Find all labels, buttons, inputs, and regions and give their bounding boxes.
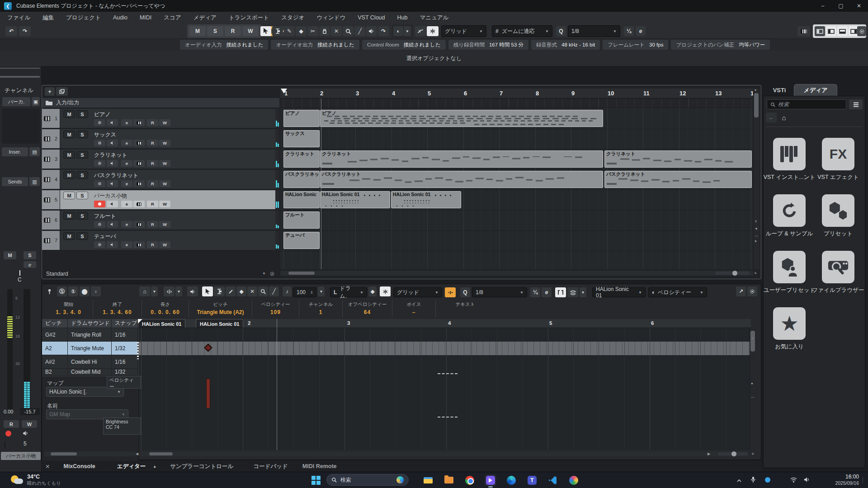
track-write-button[interactable]: W [159,241,170,248]
track-row-sax[interactable]: 2 M S サックス e R W [42,129,279,149]
part-bass-clarinet-3[interactable]: バスクラリネット [604,171,752,188]
mute-tool[interactable]: ✕ [331,26,342,36]
menu-score[interactable]: スコア [164,14,181,22]
pan-marker[interactable] [19,270,20,276]
menu-edit[interactable]: 編集 [42,14,54,22]
color-tool-dropdown[interactable]: ▼ [404,26,411,36]
track-write-button[interactable]: W [159,119,170,126]
part-borders-button[interactable] [555,287,566,297]
info-voice[interactable]: ボイス– [392,300,436,317]
track-edit-button[interactable]: e [121,140,132,146]
part-sax[interactable]: サックス [283,130,320,147]
pan-law-chip[interactable]: プロジェクトのパン補正均等パワー [671,40,770,50]
setup-toolbar-gear-icon[interactable] [857,26,866,36]
part-tuba[interactable]: テューバ [283,232,320,249]
dot-handle-icon[interactable]: ● [751,382,753,385]
volume-fader-handle[interactable] [7,316,13,338]
tab-midi-remote[interactable]: MIDI Remote [302,463,337,469]
media-search-input[interactable]: 検索 [767,99,846,109]
track-read-button[interactable]: R [147,160,158,167]
solo-editor-button[interactable]: Ⓢ [57,286,67,296]
part-piano-1[interactable]: ピアノ [283,110,320,127]
left-zone-grip[interactable] [0,68,40,78]
snap-button[interactable] [427,26,439,36]
drum-row-pitch[interactable]: A#2 [42,355,68,369]
editor-zoom-tool[interactable] [258,286,268,296]
track-solo-button[interactable]: S [76,192,88,199]
menu-midi[interactable]: MIDI [140,14,151,21]
controller-lane-selector[interactable]: BrightnessCC 74 [103,418,141,435]
editor-hscrollbar[interactable] [140,451,749,456]
part-clarinet-2[interactable]: クラリネット [320,150,603,168]
start-button[interactable] [310,474,322,486]
tray-location-icon[interactable] [765,477,770,483]
relative-grid-icon[interactable] [445,287,456,297]
fade-curve-icon[interactable] [415,26,426,36]
column-pitch[interactable]: ピッチ [42,319,68,328]
track-write-button[interactable]: W [159,221,170,228]
sends-button[interactable]: Sends [2,177,28,186]
drum-row-snap[interactable]: 1/16 [112,355,138,369]
editor-zoom-thumb[interactable] [731,451,736,456]
edge-icon[interactable] [505,474,517,486]
channel-footer-name[interactable]: パーカス小物 [1,452,41,460]
track-instrument-button[interactable] [133,140,145,146]
info-off-velocity[interactable]: オフベロシティー64 [343,300,392,317]
menu-studio[interactable]: スタジオ [281,14,304,22]
track-read-button[interactable]: R [147,180,158,187]
record-time-chip[interactable]: 残り録音時間167 時間 53 分 [448,40,528,50]
glue-tool[interactable] [319,26,330,36]
part-flute[interactable]: フルート [283,211,320,229]
plus-icon[interactable]: + [751,452,754,455]
tile-loops-samples[interactable] [773,194,806,227]
track-mute-button[interactable]: M [63,212,75,220]
channel-read-button[interactable]: R [4,420,19,428]
drum-row-sound-clipped[interactable]: Cowbell Mid [68,369,112,376]
record-format-chip[interactable]: 録音形式48 kHz - 16 bit [531,40,600,50]
taskbar-clock-time[interactable]: 16:00 [831,474,859,480]
select-tool[interactable] [260,26,271,36]
drum-row-pitch-clipped[interactable]: B2 [42,369,68,376]
chevron-icon[interactable]: ∨ [755,220,757,223]
menu-project[interactable]: プロジェクト [66,14,101,22]
minimize-button[interactable]: – [814,0,832,12]
tab-chord-pads[interactable]: コードパッド [253,463,288,470]
editor-setup-gear-icon[interactable] [747,286,757,296]
lower-zone-close-icon[interactable]: ✕ [45,463,50,470]
track-write-button[interactable]: W [159,180,170,187]
one-voice-button[interactable]: ① [68,286,78,296]
edit-active-part-icon[interactable] [567,287,578,297]
track-preset-name[interactable]: Standard [46,271,68,277]
editor-speaker-icon[interactable] [187,286,198,296]
arrange-vscrollbar-thumb[interactable] [754,93,759,117]
read-all-button[interactable]: R [225,26,241,36]
menu-audio[interactable]: Audio [113,14,127,21]
arrange-zoom-thumb[interactable] [732,271,737,276]
info-channel[interactable]: チャンネル1 [299,300,343,317]
minus-icon[interactable]: — [751,395,755,399]
track-record-button[interactable] [94,221,105,228]
channel-mute-button[interactable]: M [4,251,16,259]
triangle-icon[interactable]: ▼ [755,227,758,231]
zoom-tool[interactable] [343,26,354,36]
track-write-button[interactable]: W [159,140,170,146]
taskbar-weather-text[interactable]: 晴れのちくもり [27,480,61,487]
editor-quantize-dropdown[interactable]: 1/8▼ [472,287,527,297]
menu-window[interactable]: ウィンドウ [316,14,345,22]
triangle-down-icon[interactable]: ▾ [755,89,756,92]
io-folder-row[interactable]: 入力/出力 [42,98,279,108]
tray-speaker-icon[interactable] [804,477,810,483]
feedback-dropdown[interactable]: ▼ [151,286,158,296]
fader-db-value[interactable]: 0.00 [4,409,13,414]
split-tool[interactable]: ✂ [307,26,318,36]
velocity-dropdown[interactable]: ▼ [318,286,325,296]
preset-dropdown-icon[interactable]: ▼ [262,272,266,276]
drum-row-snap[interactable]: 1/16 [112,328,138,342]
solo-all-button[interactable]: S [207,26,223,36]
minus-icon[interactable]: — [755,234,758,238]
editor-range-tool[interactable] [214,286,225,296]
channel-edit-button[interactable]: e [24,261,36,268]
track-monitor-button[interactable] [107,221,118,228]
track-instrument-button[interactable] [133,119,145,126]
menu-manual[interactable]: マニュアル [420,14,448,22]
